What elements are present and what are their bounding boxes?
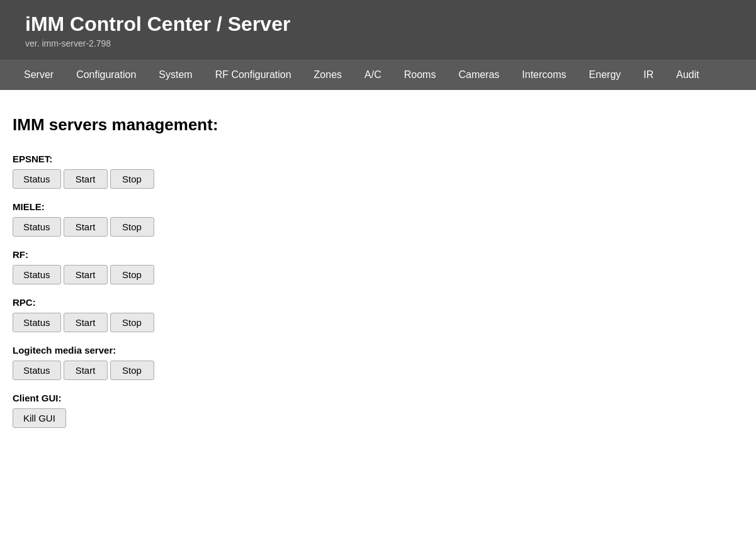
server-section-4: Logitech media server:StatusStartStop	[13, 345, 743, 380]
status-button-0[interactable]: Status	[13, 169, 61, 189]
nav-item-a/c[interactable]: A/C	[353, 60, 393, 90]
nav-item-rooms[interactable]: Rooms	[393, 60, 448, 90]
server-label-0: EPSNET:	[13, 154, 743, 164]
server-button-group-0: StatusStartStop	[13, 169, 743, 189]
stop-button-3[interactable]: Stop	[110, 313, 154, 332]
start-button-2[interactable]: Start	[64, 265, 108, 284]
status-button-2[interactable]: Status	[13, 265, 61, 284]
navigation: ServerConfigurationSystemRF Configuratio…	[0, 60, 756, 90]
start-button-1[interactable]: Start	[64, 217, 108, 237]
server-button-group-1: StatusStartStop	[13, 217, 743, 237]
stop-button-0[interactable]: Stop	[110, 169, 154, 189]
nav-item-zones[interactable]: Zones	[303, 60, 353, 90]
status-button-4[interactable]: Status	[13, 361, 61, 380]
client-gui-button-group: Kill GUI	[13, 408, 743, 428]
stop-button-2[interactable]: Stop	[110, 265, 154, 284]
kill-gui-button[interactable]: Kill GUI	[13, 408, 66, 428]
nav-item-system[interactable]: System	[147, 60, 203, 90]
stop-button-4[interactable]: Stop	[110, 361, 154, 380]
server-button-group-2: StatusStartStop	[13, 265, 743, 284]
server-label-1: MIELE:	[13, 201, 743, 212]
server-label-3: RPC:	[13, 297, 743, 308]
server-section-0: EPSNET:StatusStartStop	[13, 154, 743, 189]
nav-item-energy[interactable]: Energy	[578, 60, 633, 90]
nav-item-server[interactable]: Server	[13, 60, 65, 90]
server-label-2: RF:	[13, 249, 743, 260]
nav-item-configuration[interactable]: Configuration	[65, 60, 147, 90]
start-button-4[interactable]: Start	[64, 361, 108, 380]
server-section-1: MIELE:StatusStartStop	[13, 201, 743, 237]
nav-item-cameras[interactable]: Cameras	[447, 60, 511, 90]
client-gui-label: Client GUI:	[13, 393, 743, 403]
server-button-group-4: StatusStartStop	[13, 361, 743, 380]
nav-item-audit[interactable]: Audit	[665, 60, 710, 90]
main-content: IMM servers management: EPSNET:StatusSta…	[0, 90, 756, 453]
server-section-2: RF:StatusStartStop	[13, 249, 743, 284]
status-button-3[interactable]: Status	[13, 313, 61, 332]
server-label-4: Logitech media server:	[13, 345, 743, 356]
nav-item-intercoms[interactable]: Intercoms	[511, 60, 577, 90]
page-title: IMM servers management:	[13, 115, 743, 135]
stop-button-1[interactable]: Stop	[110, 217, 154, 237]
app-title: iMM Control Center / Server	[25, 13, 731, 36]
client-gui-section: Client GUI: Kill GUI	[13, 393, 743, 428]
status-button-1[interactable]: Status	[13, 217, 61, 237]
app-version: ver. imm-server-2.798	[25, 38, 731, 48]
server-section-3: RPC:StatusStartStop	[13, 297, 743, 332]
nav-item-ir[interactable]: IR	[632, 60, 665, 90]
header: iMM Control Center / Server ver. imm-ser…	[0, 0, 756, 60]
nav-item-rf-configuration[interactable]: RF Configuration	[204, 60, 303, 90]
start-button-3[interactable]: Start	[64, 313, 108, 332]
server-button-group-3: StatusStartStop	[13, 313, 743, 332]
start-button-0[interactable]: Start	[64, 169, 108, 189]
